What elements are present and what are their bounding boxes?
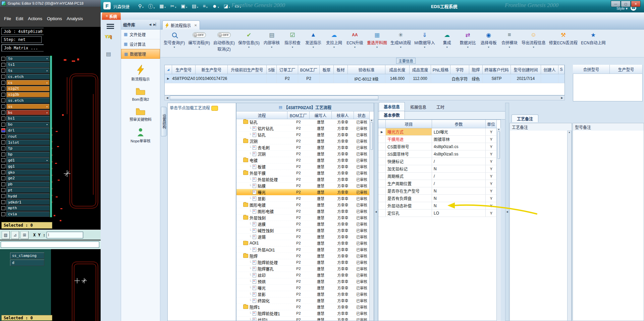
- select-tool-button[interactable]: ▧: [2, 231, 10, 239]
- layer-visibility-icon[interactable]: [1, 206, 5, 210]
- layer-button-cs.etch[interactable]: cs.etch: [6, 74, 50, 79]
- flow-column-header-核审人[interactable]: 核审人: [332, 111, 354, 119]
- toggle-off-switch[interactable]: OFF: [217, 32, 231, 38]
- tab-process-notes[interactable]: 工艺备注: [512, 114, 538, 122]
- cell[interactable]: [320, 74, 334, 83]
- close-tab-icon[interactable]: ✕: [194, 24, 197, 27]
- layer-visibility-icon[interactable]: [1, 164, 5, 168]
- column-header-S[interactable]: S: [558, 65, 565, 74]
- layer-visibility-icon[interactable]: [1, 200, 5, 204]
- minimize-button[interactable]: —: [611, 1, 621, 7]
- tab-基本信息[interactable]: 基本信息: [379, 102, 405, 111]
- splitter-left[interactable]: ◀: [374, 103, 378, 321]
- flow-node-板镀[interactable]: └板镀P2唐慧方幸幸已审核: [236, 164, 370, 170]
- corner-select-icon[interactable]: ◢: [165, 65, 172, 74]
- flow-column-header-流程[interactable]: 流程: [236, 111, 287, 119]
- pinned-column-header-合拼型号[interactable]: 合拼型号: [573, 65, 610, 74]
- toolbar-button-编写流程(R)[interactable]: OFF编写流程(R)▼: [188, 31, 210, 50]
- layer-button-ss[interactable]: ss▸: [6, 104, 50, 109]
- layer-button-sig3b[interactable]: sig3b: [6, 92, 50, 97]
- shortcut-Bom查询2[interactable]: Bom查询2: [121, 88, 160, 102]
- flow-column-header-BOM工厂[interactable]: BOM工厂: [287, 111, 310, 119]
- param-row-是否有负焊盘[interactable]: 是否有负焊盘NY: [378, 195, 500, 202]
- flow-node-丝印[interactable]: └丝印P2唐慧方幸幸已审核: [236, 272, 370, 278]
- main-info-data-row[interactable]: ▶4S8TP0IZA010010400174726P2P2IPC-6012 Ⅱ级…: [165, 74, 565, 83]
- flow-node-显影[interactable]: └显影P2唐慧方幸幸已审核: [236, 291, 370, 297]
- param-row-是否存在生产型号[interactable]: 是否存在生产型号NY: [378, 187, 500, 195]
- flow-node-阻焊前处理1[interactable]: └阻焊前处理1P2唐慧方幸幸已审核: [236, 310, 370, 317]
- chart-icon[interactable]: ◪▾: [224, 3, 230, 9]
- pcb-canvas[interactable]: [44, 27, 101, 321]
- toolbar-button-重选开料图[interactable]: ▦重选开料图▼: [367, 31, 387, 50]
- menu-icon[interactable]: ≡▾: [203, 3, 208, 9]
- grid-icon[interactable]: ▦▾: [159, 3, 166, 9]
- flow-node-电镀[interactable]: 电镀P2唐慧方幸幸已审核: [236, 157, 370, 164]
- layer-visibility-icon[interactable]: [1, 152, 5, 156]
- layer-visibility-icon[interactable]: [1, 182, 5, 186]
- layer-visibility-icon[interactable]: [1, 68, 5, 73]
- structure-side-tab[interactable]: 设置结构: [161, 107, 167, 136]
- param-value[interactable]: LO: [432, 210, 486, 217]
- param-row-加无铅标记[interactable]: 加无铅标记NY: [378, 165, 500, 173]
- scroll-thumb[interactable]: [170, 96, 378, 100]
- cell[interactable]: 4S8TP0IZA0: [172, 74, 196, 83]
- param-value[interactable]: /: [432, 173, 486, 180]
- toolbar-button-选择母板[interactable]: ◉选择母板▼: [480, 31, 497, 50]
- layer-visibility-icon[interactable]: [1, 93, 5, 97]
- layer-visibility-icon[interactable]: [1, 146, 5, 150]
- flow-node-阻焊前处理[interactable]: └阻焊前处理P2唐慧方幸幸已审核: [236, 259, 370, 266]
- flow-node-沉铜[interactable]: └沉铜P2唐慧方幸幸已审核: [236, 151, 370, 157]
- toolbar-button-ECN自动上网[interactable]: ★ECN自动上网: [581, 31, 605, 50]
- toolbar-button-MI数据导入[interactable]: ⇓MI数据导入▼: [414, 31, 435, 50]
- layer-visibility-icon[interactable]: [1, 57, 5, 61]
- layer-button-gd1[interactable]: gd1▸: [6, 157, 50, 163]
- flow-node-曝光[interactable]: └曝光P2唐慧方幸幸已审核: [236, 285, 370, 291]
- toolbar-button-合拼模块[interactable]: ≡合拼模块▼: [501, 31, 518, 50]
- shortcut-预审关键物料[interactable]: 预审关键物料: [121, 108, 160, 122]
- column-header-BOM工厂[interactable]: BOM工厂: [298, 65, 320, 74]
- flow-node-阻焊1[interactable]: 阻焊1P2唐慧方幸幸已审核: [236, 304, 370, 310]
- toolbar-button-指示检查[interactable]: ☑指示检查▼: [284, 31, 301, 50]
- column-header-创建人[interactable]: 创建人: [541, 65, 558, 74]
- toolbar-button-内部审核[interactable]: ▤内部审核▼: [263, 31, 280, 50]
- shortcut-新流程指示[interactable]: 新流程指示: [121, 65, 160, 82]
- scissors-icon[interactable]: ✂▾: [170, 3, 176, 9]
- layer-button-pt[interactable]: pt: [6, 187, 50, 193]
- layer-visibility-icon[interactable]: [1, 176, 5, 180]
- graphic-editor-titlebar[interactable]: Graphic Editor 9.07b2 (00@HY-HYCAM-PC18: [0, 0, 101, 7]
- column-header-成品长度[interactable]: 成品长度: [385, 65, 410, 74]
- layer-button-sig2t[interactable]: sig2t: [6, 86, 50, 91]
- param-row-定位孔[interactable]: 定位孔LOY: [378, 210, 500, 217]
- layer-visibility-icon[interactable]: [1, 110, 5, 114]
- layer-visibility-icon[interactable]: [1, 104, 5, 108]
- flow-node-丝印1[interactable]: └丝印1P2唐慧方幸幸已审核: [236, 317, 370, 321]
- tab-new-flow-instruction[interactable]: 新流程指示 ✕: [162, 20, 200, 30]
- layer-visibility-icon[interactable]: [1, 123, 5, 127]
- layer-button-mpth[interactable]: mpth: [6, 205, 50, 211]
- layer-visibility-icon[interactable]: [1, 140, 5, 144]
- model-notes-body[interactable]: [573, 131, 644, 321]
- flow-node-退膜[interactable]: └退膜P2唐慧方幸幸已审核: [236, 221, 370, 227]
- flow-node-显影[interactable]: └显影P2唐慧方幸幸已审核: [236, 195, 370, 202]
- pinned-column-header-生产型号[interactable]: 生产型号: [610, 65, 643, 74]
- column-header-订单工厂[interactable]: 订单工厂: [277, 65, 298, 74]
- measure-tool-button[interactable]: ⊿: [11, 231, 19, 239]
- hamburger-menu-icon[interactable]: [107, 24, 114, 29]
- table-icon[interactable]: ▤▾: [192, 3, 198, 9]
- layer-button-ss.etch[interactable]: ss.etch: [6, 98, 50, 103]
- param-row-SS面菲林号[interactable]: SS面菲林号4s8tp0iza0.ssY: [378, 150, 500, 158]
- yx-logo-icon[interactable]: YX▌: [105, 34, 113, 39]
- command-input[interactable]: [1, 241, 99, 248]
- toolbar-button-数据对比[interactable]: ⇄数据对比▼: [459, 31, 477, 50]
- info-icon[interactable]: ⓘ▾: [148, 3, 155, 9]
- layer-visibility-icon[interactable]: [1, 212, 5, 216]
- cell[interactable]: [267, 74, 277, 83]
- layer-visibility-icon[interactable]: [1, 81, 5, 85]
- param-row-生产周期位置[interactable]: 生产周期位置/Y: [378, 180, 500, 187]
- flow-node-铝片钻孔[interactable]: └铝片钻孔P2唐慧方幸幸已审核: [236, 125, 370, 132]
- param-row-快捷标记[interactable]: 快捷标记/Y: [378, 158, 500, 165]
- flow-column-header-编写人[interactable]: 编写人: [310, 111, 332, 119]
- toggle-off-switch[interactable]: OFF: [193, 32, 206, 38]
- toolbar-button-导出流程信息[interactable]: ☺导出流程信息▼: [522, 31, 546, 50]
- layer-visibility-icon[interactable]: [1, 128, 5, 132]
